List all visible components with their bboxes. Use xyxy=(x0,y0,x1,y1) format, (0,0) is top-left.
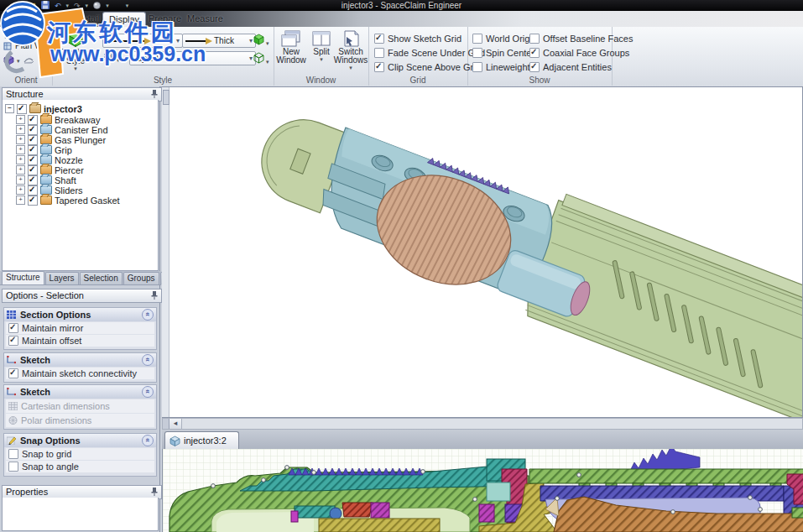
tab-measure[interactable]: Measure xyxy=(181,12,229,26)
tab-structure[interactable]: Structure xyxy=(2,271,44,284)
collapse-chevron-icon[interactable]: « xyxy=(142,386,154,398)
layer-stack-icon[interactable]: ▾ xyxy=(102,52,119,64)
expand-toggle[interactable]: + xyxy=(16,165,25,175)
offset-baseline-faces-checkbox[interactable]: Offset Baseline Faces xyxy=(529,34,633,44)
render-dropdown-icon[interactable]: ▾ xyxy=(106,3,109,9)
pin-icon[interactable] xyxy=(151,291,159,300)
spaceclaim-window: injector3 - SpaceClaim Engineer ↶▾ ↷▾ ▾ … xyxy=(0,0,803,532)
tree-label[interactable]: injector3 xyxy=(44,104,82,114)
new-window-button[interactable]: New Window xyxy=(279,30,304,65)
spin-center-checkbox[interactable]: Spin Center xyxy=(472,48,534,58)
tree-item-tapered-gasket[interactable]: +Tapered Gasket xyxy=(16,195,120,206)
snap-options-header[interactable]: Snap Options « xyxy=(4,434,156,447)
tree-label[interactable]: Tapered Gasket xyxy=(55,196,120,206)
tab-detail[interactable]: Detail xyxy=(70,12,106,26)
open-folder-icon[interactable] xyxy=(25,1,36,11)
tree-label[interactable]: Piercer xyxy=(55,165,84,175)
expand-toggle[interactable]: + xyxy=(16,145,25,154)
graphics-style-button[interactable]: Graphics Style▾ xyxy=(55,30,96,72)
lineweight-checkbox[interactable]: Lineweight xyxy=(472,62,530,72)
show-group-label: Show xyxy=(467,76,612,85)
expand-toggle[interactable]: + xyxy=(16,185,25,195)
sketch-header[interactable]: Sketch « xyxy=(4,353,156,367)
collapse-chevron-icon[interactable]: « xyxy=(142,435,154,446)
snap-to-angle-checkbox[interactable]: Snap to angle xyxy=(6,461,154,472)
main-3d-viewport[interactable] xyxy=(162,86,803,418)
tree-label[interactable]: Nozzle xyxy=(55,155,83,165)
redo-icon[interactable]: ↷ xyxy=(74,2,81,10)
document-tab-bar: injector3:2 xyxy=(162,430,803,450)
edge-color-cube-icon[interactable]: ▾ xyxy=(253,34,269,47)
undo-dropdown-icon[interactable]: ▾ xyxy=(66,3,70,9)
customize-qat-icon[interactable]: ▾ xyxy=(126,3,129,9)
ribbon-group-orient: Home Plan View ▾ Orient xyxy=(0,27,53,86)
adjacent-entities-checkbox[interactable]: Adjacent Entities xyxy=(529,62,612,72)
spin-icon[interactable] xyxy=(23,55,34,66)
section-viewport[interactable] xyxy=(162,449,803,532)
maintain-sketch-connectivity-checkbox[interactable]: Maintain sketch connectivity xyxy=(6,368,154,379)
tree-label[interactable]: Grip xyxy=(55,145,72,155)
tree-label[interactable]: Gas Plunger xyxy=(55,135,106,145)
ribbon-group-style: Graphics Style▾ ▾ Thick▾ ▾ ▾ Layer0▾ ▾ S… xyxy=(52,27,274,86)
sketch-icon xyxy=(7,356,16,364)
clip-scene-above-grid-checkbox[interactable]: Clip Scene Above Grid xyxy=(374,62,481,72)
options-panel-header: Options - Selection xyxy=(2,289,162,303)
save-icon[interactable] xyxy=(41,1,50,11)
scroll-left-arrow-icon[interactable]: ◂ xyxy=(169,419,182,429)
horizontal-scrollbar[interactable]: ◂ xyxy=(162,418,803,430)
redo-dropdown-icon[interactable]: ▾ xyxy=(86,3,89,9)
tab-groups[interactable]: Groups xyxy=(123,272,159,284)
home-view-button[interactable]: Home xyxy=(3,29,38,39)
coaxial-face-groups-checkbox[interactable]: Coaxial Face Groups xyxy=(529,48,629,58)
expand-toggle[interactable]: + xyxy=(16,155,25,164)
show-sketch-grid-checkbox[interactable]: Show Sketch Grid xyxy=(374,34,461,44)
tab-layers[interactable]: Layers xyxy=(45,272,79,284)
undo-icon[interactable]: ↶ xyxy=(55,2,61,10)
splitter-handle[interactable] xyxy=(163,90,169,105)
collapse-chevron-icon[interactable]: « xyxy=(142,354,154,366)
collapse-toggle[interactable]: − xyxy=(5,104,14,113)
expand-toggle[interactable]: + xyxy=(16,125,25,134)
expand-toggle[interactable]: + xyxy=(16,175,25,185)
dock-tab-strip: Structure Layers Selection Groups Views xyxy=(0,271,161,285)
render-sphere-icon[interactable] xyxy=(93,1,101,11)
section-options-header[interactable]: Section Options « xyxy=(4,308,156,321)
cartesian-grid-icon xyxy=(8,402,18,410)
tree-label[interactable]: Shaft xyxy=(55,175,76,185)
tree-label[interactable]: Sliders xyxy=(55,185,83,196)
switch-windows-button[interactable]: Switch Windows▾ xyxy=(336,30,366,71)
visibility-checkbox[interactable] xyxy=(28,196,38,206)
pin-icon[interactable] xyxy=(151,488,159,496)
tab-design[interactable]: Design xyxy=(35,12,76,26)
snap-to-grid-checkbox[interactable]: Snap to grid xyxy=(6,448,154,460)
expand-toggle[interactable]: + xyxy=(16,115,25,124)
scrollbar-splitter[interactable] xyxy=(163,419,169,429)
face-color-cube-icon[interactable]: ▾ xyxy=(253,52,269,65)
assembly-icon xyxy=(29,104,41,113)
expand-toggle[interactable]: + xyxy=(16,196,25,205)
line-style-combo[interactable]: ▾ xyxy=(102,34,183,48)
document-tab-injector3-2[interactable]: injector3:2 xyxy=(164,431,239,449)
world-origin-checkbox[interactable]: World Origin xyxy=(472,34,537,44)
collapse-chevron-icon[interactable]: « xyxy=(142,309,154,321)
tree-label[interactable]: Breakaway xyxy=(55,115,100,125)
expand-toggle[interactable]: + xyxy=(16,135,25,144)
pin-icon[interactable] xyxy=(151,90,159,98)
tree-label[interactable]: Canister End xyxy=(55,125,108,135)
ribbon-group-window: New Window Split▾ Switch Windows▾ Window xyxy=(274,27,369,86)
snap-options-group: Snap Options « Snap to grid Snap to angl… xyxy=(3,433,157,477)
maintain-mirror-checkbox[interactable]: Maintain mirror xyxy=(6,322,154,334)
line-weight-combo[interactable]: Thick▾ xyxy=(182,34,256,48)
split-window-button[interactable]: Split▾ xyxy=(310,30,333,63)
maintain-offset-checkbox[interactable]: Maintain offset xyxy=(6,335,154,347)
view-cube-icon[interactable] xyxy=(3,55,14,67)
visibility-checkbox[interactable] xyxy=(17,104,27,114)
sketch-header[interactable]: Sketch « xyxy=(4,385,156,399)
orient-group-label: Orient xyxy=(0,76,52,85)
plan-view-button[interactable]: Plan View xyxy=(3,41,52,50)
quick-access-toolbar: ↶▾ ↷▾ ▾ ▾ xyxy=(25,1,128,10)
view-dropdown-icon[interactable]: ▾ xyxy=(17,58,20,65)
tab-selection[interactable]: Selection xyxy=(80,272,123,284)
layer-combo[interactable]: Layer0▾ xyxy=(129,51,256,65)
tab-display[interactable]: Display xyxy=(102,12,146,27)
